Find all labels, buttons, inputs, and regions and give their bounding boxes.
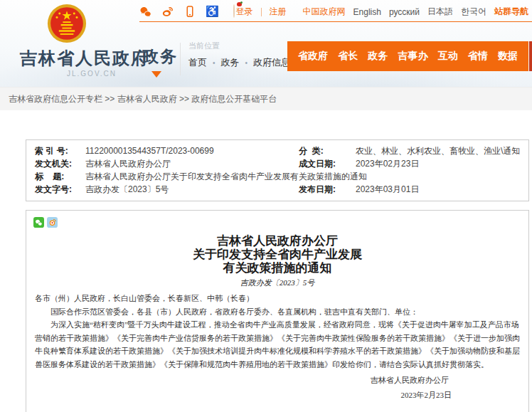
mobile-icon[interactable]	[183, 5, 196, 18]
wechat-icon[interactable]	[139, 5, 152, 18]
site-domain: JL.GOV.CN	[67, 70, 117, 78]
index-label: 索 引 号:	[35, 144, 85, 157]
article-body: 各市（州）人民政府，长白山管委会，长春新区、中韩（长春） 国际合作示范区管委会，…	[35, 292, 520, 371]
signature-date: 2023年2月23日	[26, 389, 528, 402]
doc-no-value: 吉政办发〔2023〕5号	[85, 183, 299, 196]
accessibility-icon[interactable]: ♿	[206, 5, 218, 18]
nav-item-governor[interactable]: 省长	[338, 50, 358, 63]
article-title-line1: 吉林省人民政府办公厅	[26, 234, 528, 248]
written-date-label: 成文日期:	[299, 157, 356, 170]
nav-item-province-overview[interactable]: 省情	[468, 50, 488, 63]
salutation-line1: 各市（州）人民政府，长白山管委会，长春新区、中韩（长春）	[35, 292, 520, 305]
login-link[interactable]: 登录	[236, 6, 253, 18]
agency-value: 吉林省人民政府办公厅	[85, 157, 299, 170]
location-affairs-link[interactable]: 政务	[221, 56, 240, 69]
site-name[interactable]: 吉林省人民政府	[20, 47, 149, 70]
lang-english[interactable]: English	[353, 7, 381, 17]
nav-item-jishiban[interactable]: 吉事办	[398, 50, 427, 63]
category-value: 农业、林业、水利农业、畜牧业、渔业\通知	[356, 144, 528, 157]
document-article: 吉林省人民政府办公厅 关于印发支持全省肉牛产业发展 有关政策措施的通知 吉政办发…	[26, 210, 529, 412]
chevron-down-icon[interactable]	[151, 71, 161, 83]
nav-item-provincial-government[interactable]: 省政府	[298, 50, 328, 63]
article-title: 吉林省人民政府办公厅 关于印发支持全省肉牛产业发展 有关政策措施的通知	[26, 234, 528, 275]
body-paragraph: 为深入实施“秸秆变肉”暨千万头肉牛建设工程，推动全省肉牛产业高质量发展，经省政府…	[35, 318, 520, 371]
meta-row-title: 标 题: 吉林省人民政府办公厅关于印发支持全省肉牛产业发展有关政策措施的通知	[26, 170, 528, 183]
breadcrumb-text[interactable]: 吉林省政府信息公开专栏 >> 吉林省人民政府 >> 政府信息公开基础平台	[9, 93, 277, 105]
china-gov-link[interactable]: 中国政府网	[303, 6, 346, 18]
dot-separator: •	[213, 59, 216, 67]
wechat-share-icon[interactable]	[33, 217, 44, 228]
lang-russian[interactable]: русский	[389, 7, 420, 17]
share-icons	[33, 217, 58, 228]
publish-date-label: 发布日期:	[299, 183, 356, 196]
salutation-line2: 国际合作示范区管委会，各县（市）人民政府，省政府各厅委办、各直属机构，驻吉中直有…	[35, 305, 520, 319]
breadcrumb: 吉林省政府信息公开专栏 >> 吉林省人民政府 >> 政府信息公开基础平台	[0, 87, 532, 110]
main-nav: 省政府 省长 政务 吉事办 互动 省情 数据	[287, 41, 528, 71]
publish-date-value: 2023年03月01日	[356, 183, 528, 196]
title-value: 吉林省人民政府办公厅关于印发支持全省肉牛产业发展有关政策措施的通知	[85, 170, 528, 183]
written-date-value: 2023年02月23日	[356, 157, 528, 170]
lang-japanese[interactable]: 日本語	[427, 6, 453, 18]
national-emblem-logo[interactable]	[47, 4, 87, 43]
site-group-nav-link[interactable]: 站群导航	[494, 6, 528, 18]
section-label[interactable]: 政务	[142, 46, 178, 68]
article-doc-number: 吉政办发〔2023〕5号	[26, 278, 528, 287]
meta-row-index-category: 索 引 号: 1122000013544357T/2023-00699 分 类:…	[26, 144, 528, 157]
document-meta-table: 索 引 号: 1122000013544357T/2023-00699 分 类:…	[26, 139, 529, 201]
site-header: 吉林省人民政府 JL.GOV.CN ♿ 登录 注册 中国政府网 English …	[0, 0, 532, 87]
nav-item-data[interactable]: 数据	[498, 50, 518, 63]
topbar-divider-rule	[139, 21, 532, 22]
nav-item-interaction[interactable]: 互动	[438, 50, 458, 63]
nav-item-partial[interactable]	[529, 41, 532, 71]
topbar-links: 登录 注册 中国政府网 English русский 日本語 한국어 站群导航	[236, 6, 528, 18]
header-vertical-divider	[180, 43, 181, 75]
article-title-line2: 关于印发支持全省肉牛产业发展	[26, 248, 528, 261]
meta-row-agency-date: 发文机关: 吉林省人民政府办公厅 成文日期: 2023年02月23日	[26, 157, 528, 170]
title-label: 标 题:	[35, 170, 85, 183]
topbar-icons: ♿	[139, 4, 240, 19]
lang-korean[interactable]: 한국어	[461, 6, 486, 18]
register-link[interactable]: 注册	[270, 6, 287, 18]
index-value: 1122000013544357T/2023-00699	[85, 144, 299, 157]
meta-row-docno-publish: 发文字号: 吉政办发〔2023〕5号 发布日期: 2023年03月01日	[26, 183, 528, 196]
weibo-icon[interactable]	[161, 5, 174, 18]
login-register-divider	[261, 8, 262, 16]
agency-label: 发文机关:	[35, 157, 85, 170]
doc-no-label: 发文字号:	[35, 183, 85, 196]
signature-agency: 吉林省人民政府办公厅	[26, 374, 528, 387]
location-home-link[interactable]: 首页	[188, 56, 207, 69]
weibo-share-icon[interactable]	[47, 217, 58, 228]
dot-separator: •	[245, 59, 248, 67]
page: 吉林省人民政府 JL.GOV.CN ♿ 登录 注册 中国政府网 English …	[0, 0, 532, 412]
nav-item-affairs[interactable]: 政务	[368, 50, 388, 63]
article-title-line3: 有关政策措施的通知	[26, 261, 528, 275]
category-label: 分 类:	[299, 144, 356, 157]
